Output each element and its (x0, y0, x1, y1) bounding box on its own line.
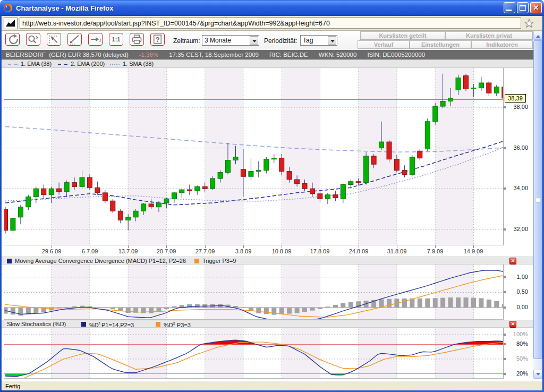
candle (364, 152, 369, 184)
y-axis-label: 0,50 (505, 288, 528, 295)
candle (26, 195, 31, 210)
svg-text:?: ? (155, 36, 159, 44)
macd-histogram-bar (172, 306, 176, 308)
macd-histogram-bar (418, 299, 422, 308)
legend-item-sma38: 1. SMA (38) (110, 61, 154, 68)
scroll-up-icon[interactable] (533, 31, 542, 40)
y-axis-label: 80% (505, 340, 528, 347)
url-input[interactable] (20, 18, 521, 29)
zoom-tool-button[interactable] (26, 33, 40, 46)
x-axis-label: 7.9.09 (419, 248, 451, 254)
candlestick-chart[interactable] (4, 68, 504, 245)
refresh-tool-button[interactable] (5, 33, 20, 46)
macd-histogram-bar (302, 308, 307, 312)
help-tool-button[interactable]: ? (150, 33, 165, 46)
y-axis-label: 20% (505, 370, 528, 377)
stoch-d-slow-swatch-icon (156, 322, 160, 327)
macd-histogram-bar (149, 308, 154, 313)
candle (41, 185, 46, 198)
stoch-d-slow-label: %Ds P3=3 (164, 321, 191, 328)
candle (502, 86, 504, 101)
macd-chart[interactable] (4, 265, 504, 320)
macd-histogram-bar (26, 308, 31, 314)
last-price-tag: 38,39 (505, 94, 526, 103)
stochastics-close-icon[interactable]: ✕ (509, 321, 516, 328)
stochastics-title: Slow Stochastics (%D) (7, 321, 66, 327)
candle (410, 155, 414, 176)
print-tool-button[interactable] (130, 33, 144, 46)
week-shading-band (435, 68, 473, 245)
candle (494, 85, 499, 96)
gridline-end-mark (504, 291, 506, 293)
candle (264, 157, 269, 174)
info-tool-button[interactable]: i (88, 33, 103, 46)
verlauf-button[interactable]: Verlauf (358, 40, 410, 49)
chevron-down-icon[interactable] (328, 36, 336, 45)
y-axis-label: 100% (505, 331, 528, 337)
periodizitaet-select[interactable]: Tag (300, 35, 337, 46)
macd-histogram-bar (456, 297, 461, 308)
x-axis-label: 29.6.09 (36, 248, 67, 254)
gridline-end-mark (504, 306, 506, 309)
instrument-name: BEIERSDORF (GER) EUR 38,570 (delayed) (6, 52, 129, 58)
macd-histogram-bar (348, 302, 353, 308)
minimize-button[interactable] (504, 2, 515, 13)
y-axis-label: 0,00 (505, 304, 528, 310)
trigger-swatch-icon (194, 259, 199, 263)
week-shading-band (282, 328, 320, 379)
macd-histogram-bar (95, 308, 100, 308)
macd-histogram-bar (264, 308, 269, 314)
macd-close-icon[interactable]: ✕ (509, 258, 516, 265)
macd-histogram-bar (295, 308, 300, 313)
week-shading-band (52, 68, 90, 245)
y-axis-label: 36,00 (505, 144, 528, 151)
bookmark-star-icon[interactable] (524, 19, 534, 28)
kurslisten-privat-button[interactable]: Kurslisten privat (445, 31, 533, 40)
candle (418, 149, 422, 160)
gridline-end-mark (504, 106, 506, 108)
macd-histogram-bar (241, 308, 245, 308)
macd-histogram-bar (72, 306, 77, 308)
window-title: Chartanalyse - Mozilla Firefox (16, 4, 114, 12)
macd-histogram-bar (233, 306, 238, 308)
candle (333, 191, 338, 201)
macd-histogram-bar (341, 303, 345, 308)
title-bar[interactable]: Chartanalyse - Mozilla Firefox ✕ (0, 0, 544, 16)
maximize-button[interactable] (517, 2, 529, 13)
indikatoren-button[interactable]: Indikatoren (471, 40, 533, 49)
close-button[interactable]: ✕ (530, 2, 542, 13)
macd-histogram-bar (157, 308, 162, 311)
einstellungen-button[interactable]: Einstellungen (410, 40, 471, 49)
x-axis-label: 17.8.09 (304, 248, 336, 254)
x-axis-label: 27.7.09 (189, 248, 221, 254)
select-tool-button[interactable] (47, 33, 61, 46)
scroll-down-icon[interactable] (533, 370, 542, 379)
x-axis-label: 20.7.09 (150, 248, 182, 254)
chevron-down-icon[interactable] (250, 36, 258, 45)
candle (110, 199, 115, 213)
macd-histogram-bar (310, 308, 315, 311)
vertical-scrollbar[interactable] (533, 31, 542, 379)
candle (180, 189, 184, 198)
gridline-end-mark (504, 188, 506, 190)
svg-text:i: i (99, 36, 101, 44)
candle (118, 209, 123, 224)
macd-swatch-icon (7, 259, 12, 263)
candle (402, 165, 407, 177)
candle (4, 207, 8, 234)
macd-histogram-bar (110, 308, 115, 309)
line-tool-button[interactable] (67, 33, 82, 46)
candle (11, 217, 15, 235)
y-axis-label: 1,00 (505, 274, 528, 280)
quote-timestamp: 17:35 CEST, 18.September 2009 (169, 52, 259, 58)
zeitraum-select[interactable]: 3 Monate (202, 35, 259, 46)
zeitraum-value: 3 Monate (205, 37, 231, 44)
candle (479, 77, 483, 91)
candle (103, 190, 107, 203)
scale-1-1-tool-button[interactable]: 1:1 (109, 33, 123, 46)
stochastics-chart[interactable] (4, 328, 504, 379)
scrollbar-thumb[interactable] (533, 40, 542, 359)
kurslisten-geteilt-button[interactable]: Kurslisten geteilt (360, 31, 445, 40)
gridline-end-mark (504, 228, 506, 231)
candle (187, 185, 192, 195)
